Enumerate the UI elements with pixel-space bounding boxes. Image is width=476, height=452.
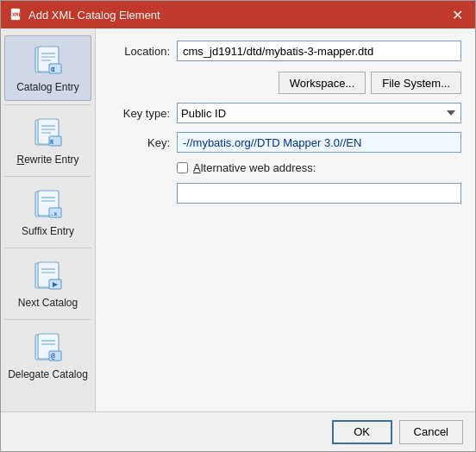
divider-4 bbox=[4, 319, 91, 320]
sidebar-item-next-catalog-label: Next Catalog bbox=[18, 297, 78, 309]
main-panel: Location: Workspace... File System... Ke… bbox=[96, 28, 475, 411]
key-label: Key: bbox=[110, 136, 170, 149]
sidebar-item-suffix-entry-label: Suffix Entry bbox=[22, 225, 74, 237]
sidebar-item-delegate-catalog-label: Delegate Catalog bbox=[8, 368, 88, 380]
location-buttons: Workspace... File System... bbox=[110, 72, 461, 94]
delegate-catalog-icon: @ bbox=[31, 330, 66, 365]
sidebar-item-next-catalog[interactable]: Next Catalog bbox=[4, 252, 91, 316]
location-input[interactable] bbox=[177, 41, 461, 61]
svg-text:XML: XML bbox=[12, 11, 22, 17]
sidebar: α Catalog Entry R bbox=[1, 28, 96, 411]
keytype-row: Key type: Public ID System ID URI bbox=[110, 103, 461, 123]
dialog-content: α Catalog Entry R bbox=[1, 28, 475, 411]
keytype-select[interactable]: Public ID System ID URI bbox=[177, 103, 461, 123]
sidebar-item-catalog-entry-label: Catalog Entry bbox=[16, 81, 79, 93]
window-icon: XML bbox=[9, 8, 23, 22]
alt-web-label: Alternative web address: bbox=[193, 161, 316, 174]
alt-web-checkbox[interactable] bbox=[177, 162, 188, 173]
divider-1 bbox=[4, 104, 91, 105]
sidebar-item-rewrite-entry-label: Rewrite Entry bbox=[16, 154, 78, 166]
suffix-entry-icon: .x bbox=[31, 187, 66, 222]
key-input[interactable] bbox=[177, 132, 461, 153]
bottom-bar: OK Cancel bbox=[1, 411, 475, 451]
alt-web-checkbox-row: Alternative web address: bbox=[177, 161, 461, 174]
svg-text:.x: .x bbox=[50, 210, 58, 217]
close-button[interactable]: ✕ bbox=[448, 5, 467, 24]
key-row: Key: bbox=[110, 132, 461, 153]
svg-text:@: @ bbox=[51, 353, 55, 361]
title-bar: XML Add XML Catalog Element ✕ bbox=[1, 1, 475, 28]
cancel-button[interactable]: Cancel bbox=[399, 420, 463, 444]
rewrite-entry-icon: R bbox=[31, 116, 66, 150]
next-catalog-icon bbox=[31, 259, 66, 293]
dialog-window: XML Add XML Catalog Element ✕ α bbox=[0, 0, 476, 452]
divider-3 bbox=[4, 248, 91, 248]
alt-web-input[interactable] bbox=[177, 183, 461, 204]
ok-button[interactable]: OK bbox=[332, 420, 392, 444]
sidebar-item-rewrite-entry[interactable]: R Rewrite Entry bbox=[4, 109, 91, 173]
location-label: Location: bbox=[110, 45, 170, 58]
divider-2 bbox=[4, 176, 91, 177]
workspace-button[interactable]: Workspace... bbox=[279, 72, 366, 94]
sidebar-item-catalog-entry[interactable]: α Catalog Entry bbox=[4, 35, 91, 101]
window-title: Add XML Catalog Element bbox=[28, 9, 160, 22]
sidebar-item-suffix-entry[interactable]: .x Suffix Entry bbox=[4, 180, 91, 244]
keytype-label: Key type: bbox=[110, 107, 170, 120]
catalog-entry-icon: α bbox=[31, 43, 66, 78]
svg-text:α: α bbox=[51, 66, 55, 73]
location-row: Location: bbox=[110, 41, 461, 61]
sidebar-item-delegate-catalog[interactable]: @ Delegate Catalog bbox=[4, 323, 91, 387]
filesystem-button[interactable]: File System... bbox=[371, 72, 461, 94]
